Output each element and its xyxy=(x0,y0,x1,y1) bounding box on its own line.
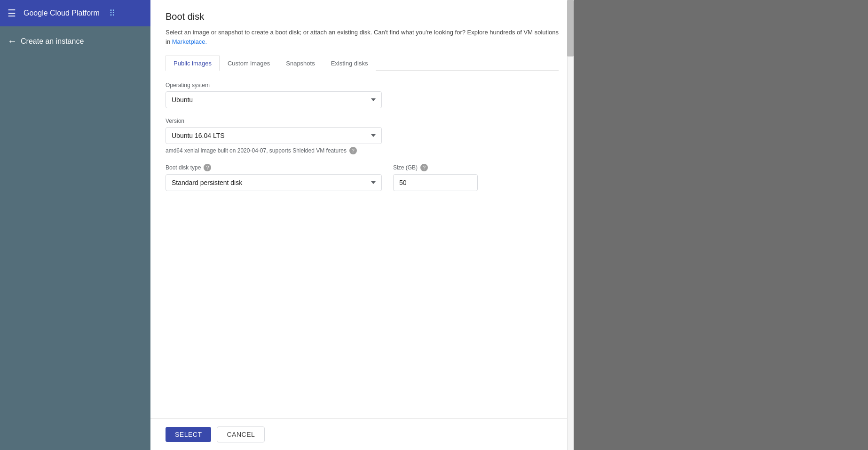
page-title: Create an instance xyxy=(21,37,84,46)
version-label: Version xyxy=(166,118,559,124)
boot-disk-type-help-icon[interactable]: ? xyxy=(204,164,211,171)
dialog-header: Boot disk Select an image or snapshot to… xyxy=(150,0,574,56)
dialog-description: Select an image or snapshot to create a … xyxy=(166,28,559,46)
cancel-button[interactable]: Cancel xyxy=(217,426,265,442)
boot-disk-type-col: Boot disk type ? Standard persistent dis… xyxy=(166,164,382,191)
version-select[interactable]: Ubuntu 16.04 LTS Ubuntu 18.04 LTS Ubuntu… xyxy=(166,127,382,144)
app-title: Google Cloud Platform xyxy=(24,9,100,17)
operating-system-select[interactable]: Ubuntu Debian CentOS Windows Server Red … xyxy=(166,91,382,108)
size-label: Size (GB) ? xyxy=(393,164,478,171)
version-help-icon[interactable]: ? xyxy=(349,147,357,154)
select-button[interactable]: Select xyxy=(166,427,211,442)
dialog-content: Operating system Ubuntu Debian CentOS Wi… xyxy=(150,71,574,418)
tab-custom-images[interactable]: Custom images xyxy=(220,56,278,71)
version-group: Version Ubuntu 16.04 LTS Ubuntu 18.04 LT… xyxy=(166,118,559,154)
topbar: ☰ Google Cloud Platform ⠿ xyxy=(0,0,150,26)
back-arrow-icon: ← xyxy=(8,36,17,47)
boot-disk-type-label: Boot disk type ? xyxy=(166,164,382,171)
tabs-container: Public images Custom images Snapshots Ex… xyxy=(166,56,559,71)
os-label: Operating system xyxy=(166,82,559,88)
tab-public-images[interactable]: Public images xyxy=(166,56,220,71)
size-col: Size (GB) ? 50 xyxy=(393,164,478,191)
operating-system-group: Operating system Ubuntu Debian CentOS Wi… xyxy=(166,82,559,108)
size-input[interactable]: 50 xyxy=(393,174,478,191)
marketplace-link[interactable]: Marketplace. xyxy=(172,38,207,45)
boot-disk-dialog: Boot disk Select an image or snapshot to… xyxy=(150,0,574,450)
tab-snapshots[interactable]: Snapshots xyxy=(278,56,323,71)
menu-icon[interactable]: ☰ xyxy=(8,8,16,19)
scrollbar-thumb[interactable] xyxy=(567,0,574,56)
sidebar-nav: ← Create an instance xyxy=(0,26,150,450)
scrollbar-track[interactable] xyxy=(567,0,574,450)
apps-icon[interactable]: ⠿ xyxy=(109,8,115,18)
back-button[interactable]: ← Create an instance xyxy=(8,36,84,47)
version-hint: amd64 xenial image built on 2020-04-07, … xyxy=(166,147,559,154)
disk-type-size-row: Boot disk type ? Standard persistent dis… xyxy=(166,164,559,191)
dialog-footer: Select Cancel xyxy=(150,418,574,450)
tab-existing-disks[interactable]: Existing disks xyxy=(323,56,376,71)
size-help-icon[interactable]: ? xyxy=(420,164,428,171)
boot-disk-type-select[interactable]: Standard persistent disk SSD persistent … xyxy=(166,174,382,191)
dialog-title: Boot disk xyxy=(166,11,559,22)
